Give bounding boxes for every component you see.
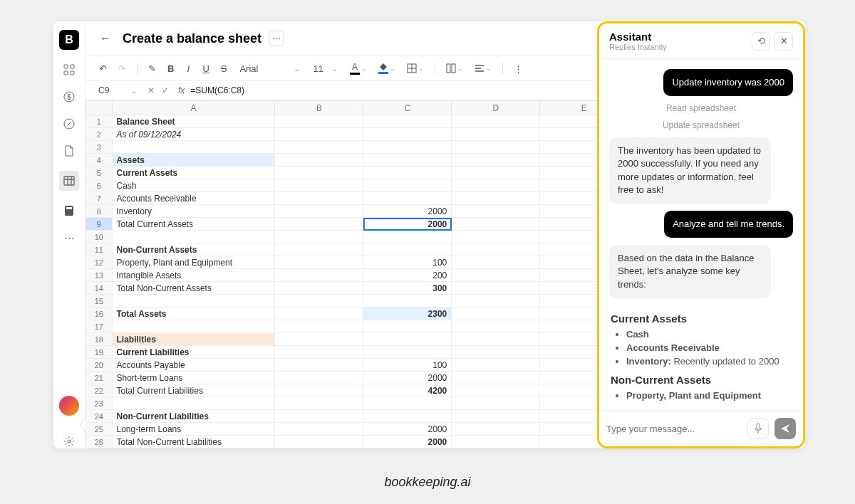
cell[interactable] [452,192,540,205]
align-button[interactable]: ⌄ [471,63,495,74]
cell[interactable] [275,320,363,333]
cell[interactable] [275,384,363,397]
underline-button[interactable]: U [199,62,212,75]
cell[interactable] [275,359,363,372]
col-header[interactable]: B [275,101,363,115]
row-header[interactable]: 13 [86,269,113,282]
row-header[interactable]: 7 [86,192,113,205]
row-header[interactable]: 18 [86,333,113,346]
row-header[interactable]: 25 [86,423,113,436]
compass-icon[interactable] [62,117,76,131]
cell[interactable] [363,295,452,308]
row-header[interactable]: 16 [86,308,113,320]
cell[interactable] [275,115,363,128]
cell[interactable]: Current Liabilities [112,346,275,359]
cell[interactable] [275,218,363,231]
cell[interactable] [112,320,275,333]
cell[interactable] [275,141,363,154]
row-header[interactable]: 19 [86,346,113,359]
formula-accept[interactable]: ✓ [158,84,172,97]
cell[interactable] [112,448,275,449]
row-header[interactable]: 3 [86,141,113,154]
row-header[interactable]: 14 [86,282,113,295]
cell[interactable] [452,243,540,256]
cell[interactable] [363,231,452,243]
cell[interactable]: Total Non-Current Assets [112,282,275,295]
cell[interactable] [452,269,540,282]
cell[interactable] [452,372,540,384]
col-header[interactable]: A [112,101,275,115]
row-header[interactable]: 8 [86,205,113,218]
cell[interactable] [275,256,363,269]
cell[interactable] [275,308,363,320]
cell[interactable] [275,346,363,359]
cell[interactable] [275,205,363,218]
spreadsheet-icon[interactable] [59,171,79,191]
cell[interactable] [363,448,452,449]
cell[interactable]: Liabilities [112,333,275,346]
cell[interactable] [452,282,540,295]
cell[interactable] [112,295,275,308]
cell[interactable] [452,179,540,192]
cell[interactable]: 2000 [363,218,452,231]
cell[interactable]: 2000 [363,436,452,448]
row-header[interactable]: 17 [86,320,113,333]
cell[interactable] [275,128,363,141]
cell[interactable] [452,423,540,436]
cell[interactable] [275,192,363,205]
mic-icon[interactable] [747,418,769,439]
row-header[interactable]: 26 [86,436,113,448]
cell[interactable] [452,154,540,167]
borders-button[interactable]: ⌄ [403,62,428,75]
cell[interactable] [363,167,452,179]
cell[interactable] [363,320,452,333]
cell[interactable] [112,231,275,243]
cell[interactable] [452,205,540,218]
cell[interactable] [275,179,363,192]
merge-button[interactable]: ⌄ [442,62,467,75]
fill-color-button[interactable]: ⌄ [375,62,399,75]
cell[interactable] [363,333,452,346]
system-link[interactable]: Update spreadsheet [663,120,740,130]
col-header[interactable]: C [363,101,452,115]
cell[interactable] [275,397,363,410]
cell[interactable] [452,128,540,141]
cell[interactable]: 100 [363,256,452,269]
cell[interactable] [452,141,540,154]
cell[interactable] [363,410,452,423]
dollar-icon[interactable]: $ [62,90,76,104]
cell[interactable] [275,436,363,448]
cell[interactable] [275,231,363,243]
row-header[interactable]: 23 [86,397,113,410]
cell[interactable]: 2000 [363,205,452,218]
cell[interactable] [275,167,363,179]
cell[interactable]: Intangible Assets [112,269,275,282]
document-icon[interactable] [62,144,76,158]
cell[interactable]: Long-term Loans [112,423,275,436]
cell[interactable] [452,218,540,231]
apps-icon[interactable] [62,63,76,77]
cell[interactable] [452,346,540,359]
cell[interactable] [452,436,540,448]
row-header[interactable]: 11 [86,243,113,256]
cell[interactable]: Total Current Assets [112,218,275,231]
cell[interactable] [275,423,363,436]
cell[interactable] [452,410,540,423]
cell[interactable]: 2000 [363,372,452,384]
cell[interactable] [452,359,540,372]
row-header[interactable]: 4 [86,154,113,167]
row-header[interactable]: 9 [86,218,113,231]
cell[interactable] [452,295,540,308]
cell[interactable] [275,154,363,167]
cell[interactable]: Property, Plant and Equipment [112,256,275,269]
bold-button[interactable]: B [164,62,177,75]
cell[interactable] [363,346,452,359]
row-header[interactable]: 21 [86,372,113,384]
size-select[interactable]: 11⌄ [309,62,341,75]
cell[interactable] [275,243,363,256]
cell[interactable] [112,397,275,410]
cell[interactable] [452,167,540,179]
cell[interactable]: Total Current Liabilities [112,384,275,397]
row-header[interactable]: 12 [86,256,113,269]
text-color-button[interactable]: A⌄ [346,61,370,76]
